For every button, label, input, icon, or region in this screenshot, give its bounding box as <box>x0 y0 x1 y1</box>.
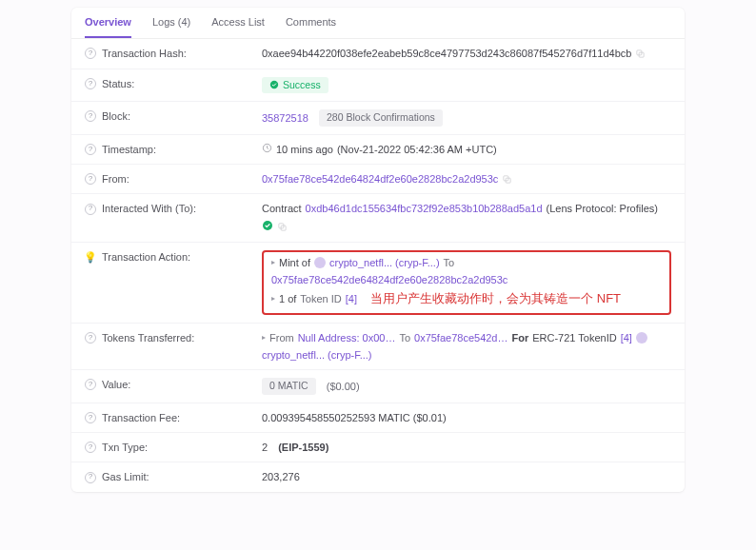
row-status: ? Status: Success <box>71 69 685 103</box>
label-fee: Transaction Fee: <box>102 411 180 424</box>
row-value: ? Value: 0 MATIC ($0.00) <box>71 370 685 403</box>
copy-icon[interactable] <box>277 222 288 232</box>
mint-to-address-link[interactable]: 0x75fae78ce542de64824df2e60e2828bc2a2d95… <box>271 273 507 286</box>
row-txntype: ? Txn Type: 2 (EIP-1559) <box>71 433 685 462</box>
token-name-link[interactable]: crypto_netfl... (cryp-F...) <box>329 256 440 269</box>
action-line-mint: ▸ Mint of crypto_netfl... (cryp-F...) To… <box>271 256 662 287</box>
to-contract-word: Contract <box>262 202 302 215</box>
label-value: Value: <box>102 378 130 391</box>
qty-prefix: 1 of <box>279 292 296 305</box>
label-block: Block: <box>102 109 130 123</box>
transfer-to-link[interactable]: 0x75fae78ce542d… <box>414 331 507 344</box>
gaslimit-value: 203,276 <box>262 470 300 483</box>
row-txhash: ? Transaction Hash: 0xaee94b44220f038efe… <box>71 39 685 69</box>
check-circle-icon <box>269 80 279 89</box>
txhash-value: 0xaee94b44220f038efe2eabeb59c8ce4797753d… <box>262 47 631 60</box>
txn-type-label: (EIP-1559) <box>278 441 328 454</box>
tab-overview[interactable]: Overview <box>85 15 131 38</box>
to-contract-label: (Lens Protocol: Profiles) <box>547 202 658 215</box>
copy-icon[interactable] <box>502 174 512 185</box>
timestamp-relative: 10 mins ago <box>276 143 333 156</box>
value-badge: 0 MATIC <box>262 378 316 395</box>
action-line-tokenid: ▸ 1 of Token ID [4] 当用户产生收藏动作时，会为其铸造一个 N… <box>271 291 662 307</box>
label-interacted: Interacted With (To): <box>102 202 196 215</box>
lightbulb-icon: 💡 <box>85 251 96 263</box>
help-icon[interactable]: ? <box>85 144 96 155</box>
row-action: 💡 Transaction Action: ▸ Mint of crypto_n… <box>71 243 685 323</box>
to-word: To <box>399 331 410 344</box>
label-gaslimit: Gas Limit: <box>102 470 149 483</box>
triangle-icon: ▸ <box>271 294 275 304</box>
label-timestamp: Timestamp: <box>102 143 156 156</box>
tab-bar: Overview Logs (4) Access List Comments <box>71 8 685 39</box>
copy-icon[interactable] <box>635 49 646 59</box>
tx-details-card: Overview Logs (4) Access List Comments ?… <box>71 8 685 492</box>
triangle-icon: ▸ <box>262 333 266 343</box>
timestamp-absolute: (Nov-21-2022 05:42:36 AM +UTC) <box>337 143 497 156</box>
erc-label: ERC-721 TokenID <box>532 331 616 344</box>
row-fee: ? Transaction Fee: 0.009395458550252593 … <box>71 403 685 433</box>
help-icon[interactable]: ? <box>85 204 96 215</box>
from-word: From <box>269 331 294 344</box>
to-word: To <box>444 256 455 269</box>
help-icon[interactable]: ? <box>85 379 96 390</box>
row-gaslimit: ? Gas Limit: 203,276 <box>71 462 685 491</box>
tab-comments[interactable]: Comments <box>286 15 336 38</box>
help-icon[interactable]: ? <box>85 332 96 344</box>
triangle-icon: ▸ <box>271 258 275 267</box>
label-status: Status: <box>102 77 134 90</box>
action-highlight-box: ▸ Mint of crypto_netfl... (cryp-F...) To… <box>262 250 671 314</box>
transfer-tokenid-link[interactable]: [4] <box>621 331 632 344</box>
from-address-link[interactable]: 0x75fae78ce542de64824df2e60e2828bc2a2d95… <box>262 172 498 186</box>
help-icon[interactable]: ? <box>85 48 96 59</box>
token-id-label: Token ID <box>300 292 341 305</box>
row-block: ? Block: 35872518 280 Block Confirmation… <box>71 102 685 135</box>
row-timestamp: ? Timestamp: 10 mins ago (Nov-21-2022 05… <box>71 135 685 165</box>
label-txntype: Txn Type: <box>102 441 148 454</box>
label-txhash: Transaction Hash: <box>102 47 187 60</box>
token-avatar-icon <box>636 332 647 344</box>
help-icon[interactable]: ? <box>85 78 96 89</box>
label-from: From: <box>102 172 129 186</box>
transfer-from-link[interactable]: Null Address: 0x00… <box>298 331 396 344</box>
fee-value: 0.009395458550252593 MATIC ($0.01) <box>262 411 447 424</box>
row-tokens: ? Tokens Transferred: ▸ From Null Addres… <box>71 324 685 371</box>
row-to: ? Interacted With (To): Contract 0xdb46d… <box>71 194 685 243</box>
action-annotation: 当用户产生收藏动作时，会为其铸造一个 NFT <box>370 291 621 307</box>
token-id-link[interactable]: [4] <box>346 292 357 305</box>
block-confirmations-badge: 280 Block Confirmations <box>319 109 443 127</box>
transfer-token-name-link[interactable]: crypto_netfl... (cryp-F...) <box>262 348 372 362</box>
tab-logs[interactable]: Logs (4) <box>152 15 190 38</box>
status-badge: Success <box>262 77 328 94</box>
label-action: Transaction Action: <box>102 250 190 264</box>
mint-prefix: Mint of <box>279 256 310 269</box>
block-number-link[interactable]: 35872518 <box>262 111 308 125</box>
for-word: For <box>511 331 528 344</box>
label-tokens: Tokens Transferred: <box>102 331 194 344</box>
value-usd: ($0.00) <box>327 380 360 393</box>
help-icon[interactable]: ? <box>85 110 96 122</box>
help-icon[interactable]: ? <box>85 412 96 423</box>
token-avatar-icon <box>314 257 326 268</box>
row-from: ? From: 0x75fae78ce542de64824df2e60e2828… <box>71 165 685 194</box>
verified-icon <box>262 220 273 234</box>
help-icon[interactable]: ? <box>85 442 96 453</box>
to-address-link[interactable]: 0xdb46d1dc155634fbc732f92e853b10b288ad5a… <box>306 202 543 215</box>
tx-rows: ? Transaction Hash: 0xaee94b44220f038efe… <box>71 39 685 491</box>
help-icon[interactable]: ? <box>85 173 96 185</box>
txn-type-num: 2 <box>262 441 268 454</box>
help-icon[interactable]: ? <box>85 472 96 483</box>
clock-icon <box>262 143 272 156</box>
tab-access-list[interactable]: Access List <box>211 15 265 38</box>
